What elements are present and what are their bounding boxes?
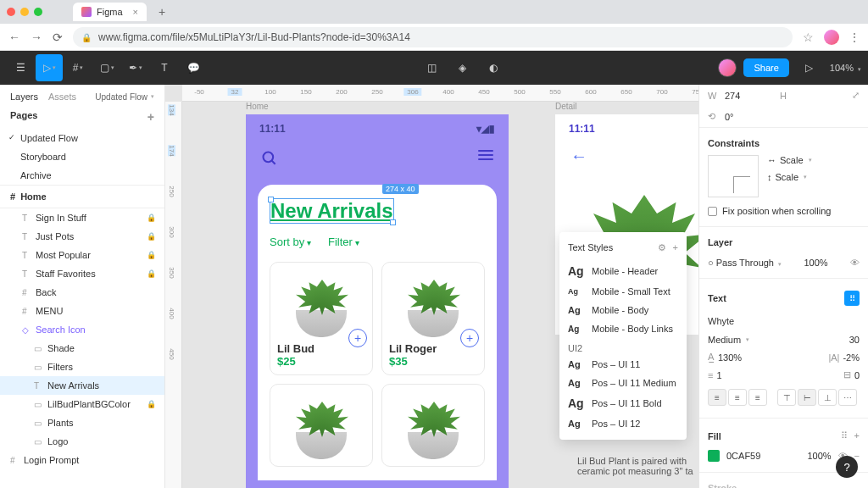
rotation-input[interactable]: 0°	[725, 112, 734, 122]
main-menu-button[interactable]: ☰	[7, 54, 34, 81]
frame-home[interactable]: 11:11 ▾◢▮ 274 x 40 New Arrivals Sort by …	[246, 114, 509, 488]
line-height-input[interactable]: A̲ 130%	[708, 352, 781, 363]
align-bottom-button[interactable]: ⊥	[818, 389, 837, 406]
style-button[interactable]: ⠿	[844, 291, 860, 306]
tab-close-icon[interactable]: ×	[133, 7, 138, 17]
lock-icon[interactable]: 🔒	[147, 214, 156, 222]
profile-avatar[interactable]	[824, 30, 839, 45]
text-styles-panel[interactable]: Text Styles ⚙ + AgMobile - HeaderAgMobil…	[559, 232, 687, 440]
layer-item[interactable]: TStaff Favorites🔒	[0, 264, 164, 283]
text-style-item[interactable]: AgMobile - Header	[559, 260, 687, 282]
align-center-button[interactable]: ≡	[728, 389, 747, 406]
menu-icon[interactable]: ⋮	[849, 31, 860, 43]
pen-tool[interactable]: ✒▾	[122, 54, 149, 81]
layer-item[interactable]: TNew Arrivals	[0, 376, 164, 395]
lock-icon[interactable]: 🔒	[147, 269, 156, 278]
font-size-input[interactable]: 30	[787, 335, 860, 345]
mask-tool[interactable]: ◈	[449, 54, 476, 81]
collaborator-avatar[interactable]	[718, 58, 737, 77]
forward-icon[interactable]: →	[31, 30, 42, 44]
align-middle-button[interactable]: ⊢	[798, 389, 816, 406]
layer-item[interactable]: #Back	[0, 283, 164, 302]
width-input[interactable]: 274	[725, 91, 775, 101]
lock-icon[interactable]: 🔒	[147, 251, 156, 259]
assets-tab[interactable]: Assets	[48, 92, 76, 102]
reload-icon[interactable]: ⟳	[53, 30, 63, 44]
canvas[interactable]: -503210015020025030640045050055060065070…	[165, 85, 698, 488]
frame-tool[interactable]: #▾	[64, 54, 92, 81]
add-page-button[interactable]: +	[147, 110, 154, 124]
new-tab-button[interactable]: +	[159, 5, 165, 19]
fix-scroll-checkbox[interactable]	[708, 207, 717, 216]
text-style-item[interactable]: AgMobile - Small Text	[559, 282, 687, 301]
text-style-item[interactable]: AgPos – UI 12	[559, 414, 687, 433]
back-icon[interactable]: ←	[8, 30, 20, 44]
layer-item[interactable]: ▭Shade	[0, 339, 164, 358]
home-frame-header[interactable]: # Home	[0, 185, 164, 208]
window-controls[interactable]	[7, 8, 42, 16]
more-type-button[interactable]: ⋯	[838, 389, 857, 406]
visibility-icon[interactable]: 👁	[850, 258, 860, 268]
zoom-level[interactable]: 104% ▾	[830, 63, 861, 73]
page-selector[interactable]: Updated Flow ▾	[95, 92, 154, 102]
comment-tool[interactable]: 💬	[180, 54, 207, 81]
layer-item[interactable]: TJust Pots🔒	[0, 227, 164, 246]
share-button[interactable]: Share	[743, 58, 788, 77]
add-fill-icon[interactable]: +	[854, 430, 860, 441]
align-top-button[interactable]: ⊤	[777, 389, 796, 406]
align-left-button[interactable]: ≡	[708, 389, 726, 406]
lock-icon[interactable]: 🔒	[147, 232, 156, 241]
page-item[interactable]: Updated Flow	[0, 129, 164, 147]
present-button[interactable]: ▷	[796, 54, 823, 81]
layer-item[interactable]: TMost Popular🔒	[0, 246, 164, 264]
text-style-item[interactable]: AgPos – UI 11 Medium	[559, 374, 687, 392]
text-style-item[interactable]: AgMobile - Body	[559, 301, 687, 319]
selected-text-node[interactable]: 274 x 40 New Arrivals	[270, 198, 394, 224]
frame-label[interactable]: Home	[246, 102, 269, 111]
align-right-button[interactable]: ≡	[748, 389, 767, 406]
page-item[interactable]: Archive	[0, 166, 164, 185]
constraints-widget[interactable]	[708, 155, 759, 197]
add-style-icon[interactable]: +	[673, 242, 678, 253]
layer-item[interactable]: #Login Prompt	[0, 451, 164, 469]
search-icon	[261, 150, 278, 171]
layer-item[interactable]: ▭Filters	[0, 358, 164, 376]
blend-mode-select[interactable]: ○ Pass Through ▾	[708, 258, 782, 268]
fill-opacity-input[interactable]: 100%	[807, 451, 831, 461]
style-icon[interactable]: ⠿	[841, 430, 848, 441]
layer-item[interactable]: ▭Plants	[0, 413, 164, 432]
move-tool[interactable]: ▷▾	[36, 54, 63, 81]
layer-item[interactable]: ▭LilBudPlantBGColor🔒	[0, 395, 164, 413]
layer-opacity[interactable]: 100%	[804, 258, 827, 268]
layer-item[interactable]: TSign In Stuff🔒	[0, 208, 164, 227]
layer-item[interactable]: ▭Logo	[0, 432, 164, 451]
shape-tool[interactable]: ▢▾	[93, 54, 120, 81]
bookmark-icon[interactable]: ☆	[803, 30, 814, 44]
fill-color-swatch[interactable]	[708, 450, 720, 462]
h-constraint-select[interactable]: ↔ Scale ▾	[767, 155, 860, 165]
component-tool[interactable]: ◫	[419, 54, 446, 81]
lock-icon[interactable]: 🔒	[147, 400, 156, 408]
constrain-icon[interactable]: ⤢	[852, 90, 860, 101]
text-style-item[interactable]: AgPos – UI 11	[559, 355, 687, 374]
paragraph-indent[interactable]: ⊟ 0	[787, 369, 860, 380]
paragraph-spacing[interactable]: ≡ 1	[708, 370, 781, 380]
font-family-select[interactable]: Whyte	[708, 316, 734, 326]
frame-label[interactable]: Detail	[555, 102, 577, 111]
layer-item[interactable]: ◇Search Icon	[0, 320, 164, 339]
help-button[interactable]: ?	[836, 456, 858, 478]
layers-tab[interactable]: Layers	[10, 92, 38, 102]
text-style-item[interactable]: AgPos – UI 11 Bold	[559, 392, 687, 414]
fill-hex-input[interactable]: 0CAF59	[726, 451, 760, 461]
page-item[interactable]: Storyboard	[0, 147, 164, 166]
address-bar[interactable]: www.figma.com/file/x5MuLtiPlaY3r/Lil-Bud…	[73, 27, 793, 47]
text-tool[interactable]: T	[151, 54, 178, 81]
font-weight-select[interactable]: Medium ▾	[708, 335, 781, 345]
settings-icon[interactable]: ⚙	[658, 242, 666, 253]
v-constraint-select[interactable]: ↕ Scale ▾	[767, 172, 860, 182]
boolean-tool[interactable]: ◐	[480, 54, 507, 81]
letter-spacing-input[interactable]: |A| -2%	[787, 352, 860, 363]
layer-item[interactable]: #MENU	[0, 302, 164, 320]
browser-tab[interactable]: Figma ×	[73, 3, 147, 21]
text-style-item[interactable]: AgMobile - Body Links	[559, 319, 687, 338]
